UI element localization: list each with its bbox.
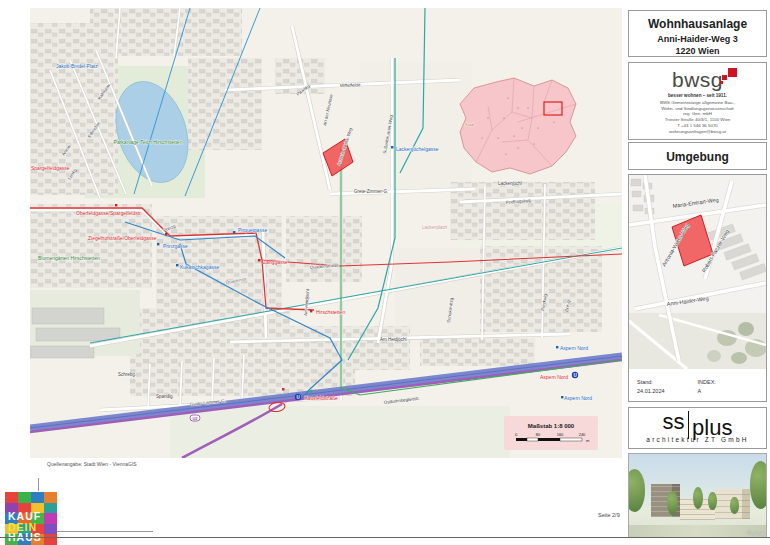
map-label: Lackenplatzl: [422, 225, 447, 230]
map-label: Jakob-Bindel-Platz: [56, 63, 98, 69]
u-station-icon: U: [573, 373, 576, 378]
city-map: Stadl Maßstab 1:8 000 0 80 160 240 m U U…: [30, 8, 622, 458]
map-label: Oberfeldgasse/Spargelfeldstr.: [76, 210, 142, 216]
u2-line-badge: U2: [192, 416, 198, 421]
tree-illustration: [693, 487, 703, 509]
umgebung-detail-map: Maria-Emhart-Weg Antonia-Weiss-Weg Rober…: [629, 175, 766, 369]
bwsg-logo-square-icon: [720, 81, 723, 84]
map-label: Mittelfelde.: [340, 82, 362, 88]
bwsg-wordmark: bwsg: [672, 68, 723, 91]
map-label-stadl: Stadl: [465, 122, 474, 127]
umgebung-map-box: Maria-Emhart-Weg Antonia-Weiss-Weg Rober…: [628, 174, 767, 402]
bwsg-company-box: bwsg besser wohnen – seit 1911. BWS Geme…: [628, 62, 767, 140]
map-label: Aspern Nord: [564, 395, 592, 401]
page-bottom-rule: [0, 537, 770, 538]
crop-mark: [38, 478, 39, 491]
map-label: Kukatschkagasse: [180, 264, 219, 270]
umgebung-header-box: Umgebung: [628, 142, 767, 170]
map-label: Schrebg.: [118, 372, 136, 377]
map-label: Grete-Zimmer-G.: [354, 189, 388, 194]
map-source-credit: Quellenangabe: Stadt Wien - ViennaGIS: [47, 461, 137, 467]
bwsg-logo-square-icon: [728, 68, 737, 77]
architect-logo-box: ss plus architektur ZT GmbH: [628, 407, 767, 449]
map-label: Prinzgasse: [163, 243, 188, 249]
revision-info: Stand: 24.01.2024 INDEX: A: [629, 373, 766, 396]
vienna-districts-inset: Stadl: [460, 78, 576, 174]
map-label: Lackenjöchl: [498, 181, 522, 186]
bwsg-tagline: besser wohnen – seit 1911.: [629, 93, 766, 98]
map-label: Spandlg.: [156, 394, 174, 399]
map-label: Hausfeldstraße: [304, 395, 338, 401]
map-label: Spargelfeldgasse: [31, 165, 70, 171]
building-render-image: © vdx.at: [628, 453, 767, 538]
tree-illustration: [730, 497, 738, 514]
project-name: Wohnhausanlage: [629, 17, 766, 31]
page-number: Seite 2/9: [598, 512, 620, 518]
scale-title: Maßstab 1:8 000: [528, 423, 575, 429]
project-city: 1220 Wien: [629, 46, 766, 56]
bwsg-logo-square-icon: [722, 75, 727, 80]
scale-tick-160: 160: [557, 432, 564, 437]
scale-tick-80: 80: [536, 432, 541, 437]
map-label: Ziegelhofstraße/Oberfeldgasse: [88, 235, 157, 241]
index-value: A: [698, 387, 759, 396]
map-label: Pirquetgasse: [238, 227, 267, 233]
map-label: Hirschstetten: [316, 309, 345, 315]
project-title-box: Wohnhausanlage Anni-Haider-Weg 3 1220 Wi…: [628, 10, 767, 57]
ssplus-subtitle: architektur ZT GmbH: [629, 436, 766, 443]
render-credit: © vdx.at: [747, 531, 764, 536]
map-label: Am Heidjöchl: [380, 337, 407, 342]
plan-page: { "header": {"line1": "Wohnhausanlage", …: [0, 0, 770, 545]
index-label: INDEX:: [698, 378, 759, 387]
ground-illustration: [629, 525, 766, 537]
bwsg-address: BWS Gemeinnützige allgemeine Bau-, Wohn-…: [629, 100, 766, 134]
stand-value: 24.01.2024: [637, 387, 698, 396]
project-address: Anni-Haider-Weg 3: [629, 34, 766, 44]
kdh-line: KAUF: [8, 511, 57, 522]
ssplus-left: ss: [663, 411, 685, 433]
scale-bar: Maßstab 1:8 000 0 80 160 240 m: [504, 416, 598, 450]
bwsg-logo: bwsg: [672, 68, 723, 92]
u-station-icon: U: [296, 395, 299, 400]
scale-tick-240: 240: [579, 432, 586, 437]
ssplus-logo: ss plus: [629, 411, 766, 439]
map-label: Blumengärten Hirschstetten: [38, 255, 100, 261]
stand-label: Stand:: [637, 378, 698, 387]
map-label: Aspern Nord: [560, 345, 588, 351]
crop-mark: [57, 531, 153, 532]
umgebung-title: Umgebung: [629, 150, 766, 164]
tree-illustration: [628, 469, 645, 512]
map-label: Zanggasse: [263, 259, 288, 265]
bwsg-address-line: wohnungsanfragen@bwsg.at: [629, 129, 766, 135]
ssplus-divider: [688, 411, 690, 439]
map-label: Parkanlage Teich Hirschstetten: [114, 139, 183, 145]
tree-illustration: [708, 492, 716, 510]
tree-illustration: [750, 461, 767, 509]
map-label: Lackenjöchelgasse: [396, 146, 439, 152]
map-label: Aspern Nord: [540, 374, 568, 380]
